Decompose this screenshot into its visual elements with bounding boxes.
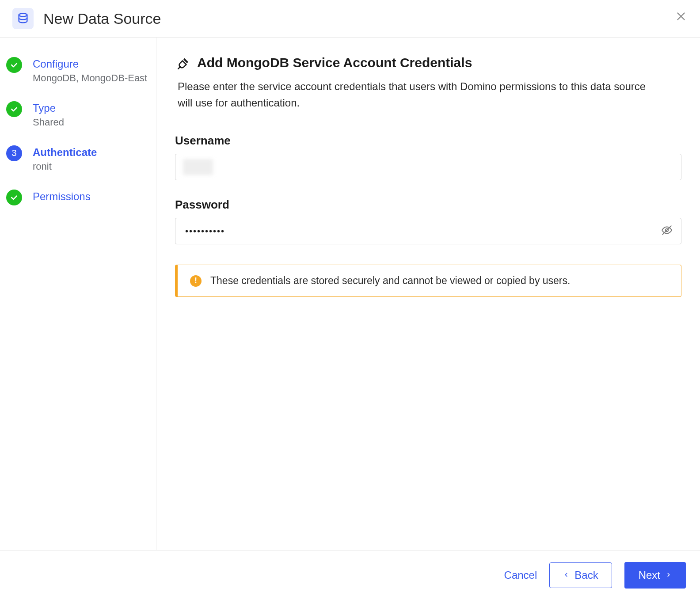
dialog-header: New Data Source xyxy=(0,0,700,38)
check-icon xyxy=(6,57,22,73)
credentials-warning-alert: ! These credentials are stored securely … xyxy=(175,265,681,297)
next-label: Next xyxy=(639,569,660,581)
step-type[interactable]: Type Shared xyxy=(4,98,152,142)
chevron-left-icon xyxy=(563,569,569,581)
step-subtitle: Shared xyxy=(33,116,64,129)
check-icon xyxy=(6,101,22,117)
step-number-badge: 3 xyxy=(6,145,22,161)
warning-icon: ! xyxy=(190,275,202,287)
username-label: Username xyxy=(175,134,681,148)
wizard-steps-sidebar: Configure MongoDB, MongoDB-East Type Sha… xyxy=(0,38,156,550)
datasource-icon xyxy=(12,8,34,29)
step-configure[interactable]: Configure MongoDB, MongoDB-East xyxy=(4,53,152,98)
redacted-overlay xyxy=(183,159,213,175)
password-input[interactable] xyxy=(175,218,681,244)
username-input[interactable] xyxy=(175,154,681,180)
step-title: Permissions xyxy=(33,190,91,203)
close-icon[interactable] xyxy=(675,11,687,24)
step-title: Configure xyxy=(33,57,147,71)
next-button[interactable]: Next xyxy=(624,562,686,589)
section-title: Add MongoDB Service Account Credentials xyxy=(197,55,472,70)
step-title: Type xyxy=(33,101,64,115)
back-label: Back xyxy=(574,569,598,581)
plug-icon xyxy=(175,57,190,74)
eye-off-icon[interactable] xyxy=(661,224,673,238)
dialog-footer: Cancel Back Next xyxy=(0,550,700,600)
step-permissions[interactable]: Permissions xyxy=(4,186,152,218)
step-subtitle: ronit xyxy=(33,160,97,174)
dialog-title: New Data Source xyxy=(43,10,161,27)
step-subtitle: MongoDB, MongoDB-East xyxy=(33,72,147,85)
chevron-right-icon xyxy=(666,569,672,581)
step-authenticate[interactable]: 3 Authenticate ronit xyxy=(4,142,152,186)
check-icon xyxy=(6,190,22,205)
main-panel: Add MongoDB Service Account Credentials … xyxy=(156,38,700,550)
back-button[interactable]: Back xyxy=(549,562,612,588)
cancel-button[interactable]: Cancel xyxy=(504,569,537,581)
svg-point-0 xyxy=(19,13,27,16)
password-label: Password xyxy=(175,198,681,212)
section-description: Please enter the service account credent… xyxy=(178,78,659,111)
step-title: Authenticate xyxy=(33,145,97,159)
dialog-body: Configure MongoDB, MongoDB-East Type Sha… xyxy=(0,38,700,550)
alert-text: These credentials are stored securely an… xyxy=(210,275,570,287)
